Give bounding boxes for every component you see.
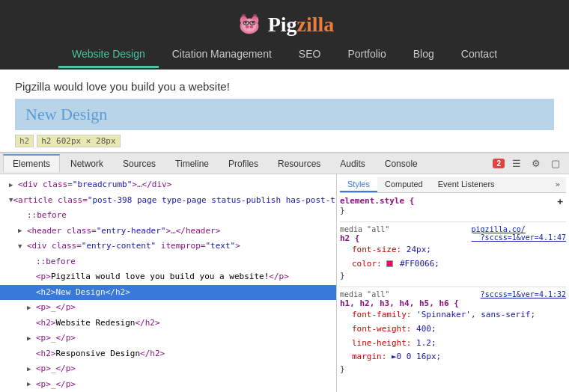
logo: Pigzilla	[235, 10, 335, 39]
styles-tab-computed[interactable]: Computed	[377, 177, 430, 192]
elements-line-article[interactable]: <article class="post-398 page type-page …	[0, 193, 336, 209]
elements-line-p-pigzilla[interactable]: <p>Pigzilla would love you build you a w…	[0, 269, 336, 285]
nav-item-citation-management[interactable]: Citation Management	[159, 42, 285, 68]
styles-tabs: Styles Computed Event Listeners »	[340, 177, 566, 193]
elements-line-breadcrumb[interactable]: <div class="breadcrumb">…</div>	[0, 177, 336, 193]
css-prop-margin: margin: ►0 0 16px;	[340, 350, 566, 364]
devtools-toolbar-right: 2 ☰ ⚙ ▢	[493, 156, 566, 171]
divider1	[340, 221, 566, 222]
tab-network[interactable]: Network	[61, 156, 112, 172]
color-swatch-ff0066[interactable]	[386, 260, 393, 267]
main-nav: Website Design Citation Management SEO P…	[0, 41, 569, 70]
css-close-brace1: }	[340, 206, 566, 215]
css-close-brace3: }	[340, 364, 566, 374]
nav-item-portfolio[interactable]: Portfolio	[334, 42, 399, 68]
svg-point-7	[252, 21, 254, 23]
elements-line-before2[interactable]: ::before	[0, 254, 336, 270]
triangle-breadcrumb[interactable]	[9, 180, 18, 191]
elements-line-h2-website[interactable]: <h2>Website Redesign</h2>	[0, 316, 336, 331]
nav-item-website-design[interactable]: Website Design	[58, 42, 159, 68]
styles-tab-event-listeners[interactable]: Event Listeners	[430, 177, 502, 192]
tab-timeline[interactable]: Timeline	[166, 156, 218, 172]
css-prop-font-size: font-size: 24px;	[340, 243, 566, 257]
page-paragraph: st website? Building a website from the …	[15, 150, 554, 152]
tag-badge-size: h2 602px × 28px	[37, 135, 120, 147]
svg-point-4	[245, 25, 249, 28]
css-rule-headings: media "all" ?sccss=1&ver=4.1:32 h1, h2, …	[340, 290, 566, 374]
css-close-brace2: }	[340, 271, 566, 281]
tab-console[interactable]: Console	[376, 156, 427, 172]
elements-line-h2-responsive[interactable]: <h2>Responsive Design</h2>	[0, 346, 336, 362]
css-selector-headings: h1, h2, h3, h4, h5, h6 {	[340, 298, 459, 308]
tab-audits[interactable]: Audits	[331, 156, 374, 172]
triangle-p2[interactable]	[27, 334, 36, 344]
tab-elements[interactable]: Elements	[3, 154, 60, 172]
tab-resources[interactable]: Resources	[269, 156, 329, 172]
css-prop-font-family: font-family: 'Spinnaker', sans-serif;	[340, 308, 566, 322]
svg-point-8	[241, 13, 246, 19]
devtools: Elements Network Sources Timeline Profil…	[0, 152, 569, 392]
elements-line-p1[interactable]: <p>_</p>	[0, 300, 336, 316]
pig-icon	[235, 10, 264, 39]
css-prop-font-weight: font-weight: 400;	[340, 322, 566, 337]
search-elements-icon[interactable]: ☰	[509, 156, 524, 171]
logo-text: Pigzilla	[268, 13, 335, 37]
styles-chevron[interactable]: »	[549, 177, 566, 192]
css-prop-color: color: #FF0066;	[340, 257, 566, 272]
heading-block: New Design	[15, 99, 554, 130]
nav-item-blog[interactable]: Blog	[400, 42, 448, 68]
tab-sources[interactable]: Sources	[114, 156, 165, 172]
triangle-header[interactable]	[18, 226, 27, 236]
triangle-p4[interactable]	[27, 379, 36, 390]
divider2	[340, 287, 566, 287]
elements-line-p3[interactable]: <p>_</p>	[0, 361, 336, 377]
header: Pigzilla	[0, 0, 569, 41]
css-rule-element-style: element.style { + }	[340, 196, 566, 215]
tag-badge-h2: h2	[15, 135, 34, 147]
triangle-p1[interactable]	[27, 303, 36, 313]
css-media-all-headings: media "all" ?sccss=1&ver=4.1:32	[340, 290, 566, 298]
css-source-headings[interactable]: ?sccss=1&ver=4.1:32	[481, 290, 566, 298]
elements-line-before1[interactable]: ::before	[0, 208, 336, 224]
css-rule-h2: media "all" pigzilla.co/ ?sccss=1&ver=4.…	[340, 225, 566, 281]
css-media-all-h2: media "all" pigzilla.co/ ?sccss=1&ver=4.…	[340, 225, 566, 233]
error-badge: 2	[493, 159, 505, 168]
css-source-h2[interactable]: pigzilla.co/ ?sccss=1&ver=4.1:47	[472, 225, 566, 242]
page-content-preview: Pigzilla would love you build you a webs…	[0, 70, 569, 152]
elements-line-p2[interactable]: <p>_</p>	[0, 331, 336, 346]
devtools-toolbar: Elements Network Sources Timeline Profil…	[0, 152, 569, 174]
tag-indicator: h2 h2 602px × 28px	[15, 135, 554, 147]
elements-panel[interactable]: <div class="breadcrumb">…</div> <article…	[0, 174, 337, 392]
triangle-entry-content[interactable]	[18, 242, 27, 252]
nav-item-contact[interactable]: Contact	[448, 42, 511, 68]
elements-line-h2-newdesign[interactable]: <h2>New Design</h2>	[0, 285, 336, 301]
css-selector-h2: h2 {	[340, 233, 360, 243]
svg-point-6	[244, 21, 246, 23]
svg-point-5	[249, 25, 253, 28]
triangle-p3[interactable]	[27, 364, 36, 375]
page-tagline: Pigzilla would love you build you a webs…	[15, 80, 554, 93]
devtools-main: <div class="breadcrumb">…</div> <article…	[0, 174, 569, 392]
styles-tab-styles[interactable]: Styles	[340, 177, 377, 192]
css-add-property-icon[interactable]: +	[557, 196, 563, 207]
page-heading: New Design	[25, 105, 107, 123]
tab-profiles[interactable]: Profiles	[219, 156, 267, 172]
nav-item-seo[interactable]: SEO	[285, 42, 335, 68]
styles-panel[interactable]: Styles Computed Event Listeners » elemen…	[337, 174, 569, 392]
elements-line-header[interactable]: <header class="entry-header">…</header>	[0, 224, 336, 239]
settings-icon[interactable]: ⚙	[529, 156, 544, 171]
css-selector-element-style: element.style { +	[340, 196, 414, 206]
css-prop-line-height: line-height: 1.2;	[340, 337, 566, 351]
elements-line-p4[interactable]: <p>_</p>	[0, 377, 336, 393]
dock-icon[interactable]: ▢	[548, 156, 563, 171]
svg-point-9	[252, 13, 257, 19]
elements-line-entry-content[interactable]: <div class="entry-content" itemprop="tex…	[0, 239, 336, 254]
